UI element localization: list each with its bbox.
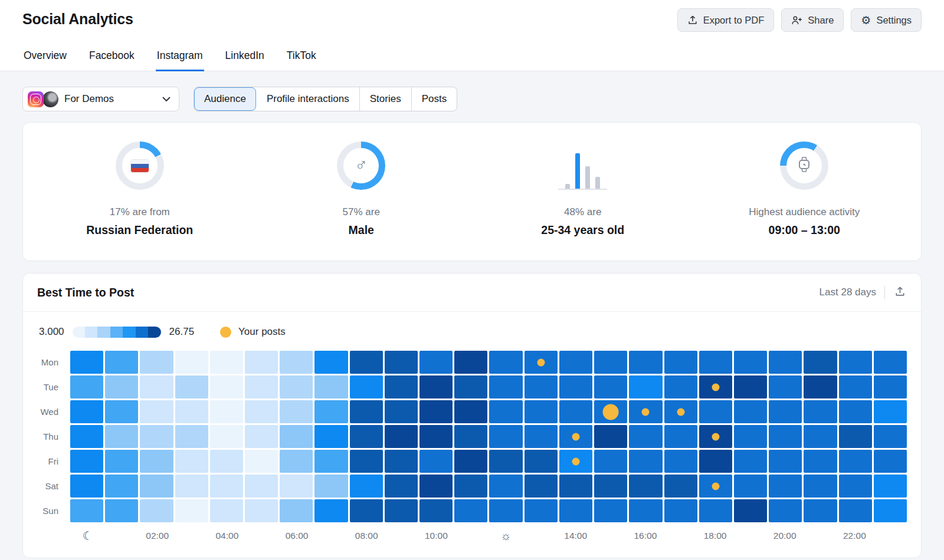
heatmap-cell[interactable]: [105, 450, 138, 473]
heatmap-cell[interactable]: [385, 425, 418, 448]
heatmap-cell[interactable]: [734, 499, 767, 522]
heatmap-cell[interactable]: [175, 450, 208, 473]
heatmap-cell[interactable]: [175, 375, 208, 398]
heatmap-cell[interactable]: [419, 475, 453, 498]
heatmap-cell[interactable]: [699, 400, 732, 423]
heatmap-cell[interactable]: [699, 499, 732, 522]
heatmap-cell[interactable]: [454, 351, 487, 374]
heatmap-cell[interactable]: [245, 375, 278, 398]
heatmap-cell[interactable]: [245, 499, 278, 522]
heatmap-cell[interactable]: [769, 425, 802, 448]
heatmap-cell[interactable]: [70, 425, 103, 448]
heatmap-cell[interactable]: [874, 475, 907, 498]
heatmap-cell[interactable]: [350, 375, 383, 398]
heatmap-cell[interactable]: [245, 450, 278, 473]
heatmap-cell[interactable]: [874, 351, 907, 374]
heatmap-cell[interactable]: [105, 475, 138, 498]
heatmap-cell[interactable]: [385, 375, 418, 398]
heatmap-cell[interactable]: [839, 425, 872, 448]
heatmap-cell[interactable]: [454, 400, 487, 423]
heatmap-cell[interactable]: [280, 400, 313, 423]
heatmap-cell[interactable]: [314, 351, 348, 374]
tab-instagram[interactable]: Instagram: [156, 46, 204, 71]
heatmap-cell[interactable]: [489, 450, 522, 473]
heatmap-cell[interactable]: [804, 425, 837, 448]
your-post-dot[interactable]: [712, 383, 719, 391]
heatmap-cell[interactable]: [210, 425, 243, 448]
heatmap-cell[interactable]: [454, 375, 487, 398]
heatmap-cell[interactable]: [769, 450, 802, 473]
heatmap-cell[interactable]: [559, 351, 592, 374]
heatmap-cell[interactable]: [175, 400, 208, 423]
heatmap-cell[interactable]: [489, 400, 522, 423]
heatmap-cell[interactable]: [664, 450, 697, 473]
heatmap-cell[interactable]: [140, 400, 173, 423]
heatmap-cell[interactable]: [210, 499, 243, 522]
heatmap-cell[interactable]: [559, 475, 592, 498]
heatmap-cell[interactable]: [839, 475, 872, 498]
heatmap-cell[interactable]: [594, 351, 627, 374]
heatmap-cell[interactable]: [874, 499, 907, 522]
heatmap-cell[interactable]: [874, 425, 907, 448]
heatmap-cell[interactable]: [140, 475, 173, 498]
heatmap-cell[interactable]: [70, 450, 103, 473]
heatmap-cell[interactable]: [664, 425, 697, 448]
your-post-dot[interactable]: [572, 433, 580, 440]
heatmap-cell[interactable]: [105, 400, 138, 423]
your-post-dot[interactable]: [603, 404, 619, 420]
heatmap-cell[interactable]: [385, 499, 418, 522]
segment-audience[interactable]: Audience: [194, 87, 256, 111]
your-post-dot[interactable]: [642, 408, 650, 416]
heatmap-cell[interactable]: [559, 499, 592, 522]
heatmap-cell[interactable]: [489, 475, 522, 498]
export-to-pdf-button[interactable]: Export to PDF: [677, 8, 775, 32]
heatmap-cell[interactable]: [245, 475, 278, 498]
heatmap-cell[interactable]: [525, 351, 558, 374]
heatmap-cell[interactable]: [839, 351, 872, 374]
heatmap-cell[interactable]: [734, 375, 767, 398]
heatmap-cell[interactable]: [699, 351, 732, 374]
heatmap-cell[interactable]: [140, 375, 173, 398]
heatmap-cell[interactable]: [385, 475, 418, 498]
heatmap-cell[interactable]: [105, 375, 138, 398]
heatmap-cell[interactable]: [105, 499, 138, 522]
heatmap-cell[interactable]: [70, 499, 103, 522]
heatmap-cell[interactable]: [874, 400, 907, 423]
segment-stories[interactable]: Stories: [359, 87, 411, 111]
heatmap-cell[interactable]: [734, 475, 767, 498]
heatmap-cell[interactable]: [385, 400, 418, 423]
heatmap-cell[interactable]: [769, 351, 802, 374]
heatmap-cell[interactable]: [525, 400, 558, 423]
heatmap-cell[interactable]: [314, 475, 348, 498]
heatmap-cell[interactable]: [804, 375, 837, 398]
heatmap-cell[interactable]: [175, 499, 208, 522]
heatmap-cell[interactable]: [734, 400, 767, 423]
heatmap-cell[interactable]: [280, 425, 313, 448]
heatmap-cell[interactable]: [210, 351, 243, 374]
heatmap-cell[interactable]: [525, 475, 558, 498]
settings-button[interactable]: ⚙ Settings: [851, 8, 922, 32]
heatmap-cell[interactable]: [629, 450, 662, 473]
tab-linkedin[interactable]: LinkedIn: [224, 46, 266, 71]
heatmap-cell[interactable]: [839, 375, 872, 398]
heatmap-cell[interactable]: [70, 400, 103, 423]
heatmap-cell[interactable]: [489, 375, 522, 398]
heatmap-cell[interactable]: [804, 475, 837, 498]
heatmap-cell[interactable]: [559, 450, 592, 473]
heatmap-cell[interactable]: [105, 425, 138, 448]
heatmap-cell[interactable]: [350, 499, 383, 522]
heatmap-cell[interactable]: [804, 400, 837, 423]
heatmap-cell[interactable]: [70, 475, 103, 498]
tab-tiktok[interactable]: TikTok: [286, 46, 317, 71]
export-chart-button[interactable]: [893, 285, 907, 300]
heatmap-cell[interactable]: [350, 400, 383, 423]
heatmap-cell[interactable]: [559, 400, 592, 423]
heatmap-cell[interactable]: [140, 450, 173, 473]
heatmap-cell[interactable]: [525, 450, 558, 473]
share-button[interactable]: Share: [781, 8, 844, 32]
heatmap-cell[interactable]: [105, 351, 138, 374]
tab-overview[interactable]: Overview: [22, 46, 68, 71]
heatmap-cell[interactable]: [140, 425, 173, 448]
heatmap-cell[interactable]: [419, 499, 453, 522]
your-post-dot[interactable]: [712, 482, 719, 490]
